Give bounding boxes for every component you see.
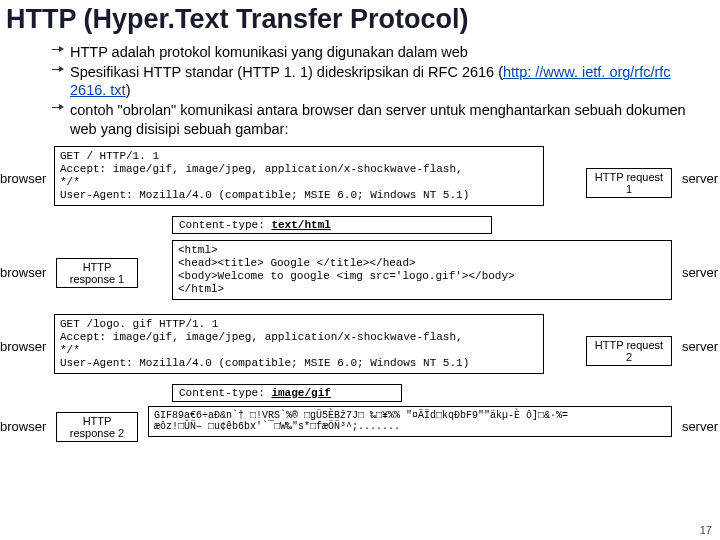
http-request-2-body: GET /logo. gif HTTP/1. 1 Accept: image/g… — [54, 314, 544, 375]
content-type-2: Content-type: image/gif — [172, 384, 402, 402]
ct2-prefix: Content-type: — [179, 387, 271, 399]
http-response-1-label: HTTP response 1 — [56, 258, 138, 288]
actor-browser-2: browser — [0, 264, 50, 279]
lane-request-2: browser GET /logo. gif HTTP/1. 1 Accept:… — [0, 314, 720, 378]
bullet-2-text: Spesifikasi HTTP standar (HTTP 1. 1) did… — [70, 64, 503, 80]
bullet-3: contoh "obrolan" komunikasi antara brows… — [70, 101, 710, 137]
bullet-list: HTTP adalah protokol komunikasi yang dig… — [0, 43, 720, 138]
actor-browser-4: browser — [0, 418, 50, 433]
page-title: HTTP (Hyper.Text Transfer Protocol) — [0, 0, 720, 43]
ct1-prefix: Content-type: — [179, 219, 271, 231]
actor-server-3: server — [674, 338, 718, 353]
lane-response-2: browser HTTP response 2 GIF89a€6÷aÐ&n`† … — [0, 406, 720, 446]
bullet-2: Spesifikasi HTTP standar (HTTP 1. 1) did… — [70, 63, 710, 99]
actor-browser-1: browser — [0, 170, 50, 185]
page-number: 17 — [700, 524, 712, 536]
ct1-value: text/html — [271, 219, 330, 231]
http-request-2-label: HTTP request 2 — [586, 336, 672, 366]
actor-server-1: server — [674, 170, 718, 185]
actor-server-4: server — [674, 418, 718, 433]
http-request-1-label: HTTP request 1 — [586, 168, 672, 198]
lane-response-1: browser HTTP response 1 <html> <head><ti… — [0, 240, 720, 304]
actor-browser-3: browser — [0, 338, 50, 353]
http-response-2-body: GIF89a€6÷aÐ&n`† □!VRS`%® □gÜ5ÈBž7J□ ‰□¥%… — [148, 406, 672, 437]
actor-server-2: server — [674, 264, 718, 279]
bullet-1: HTTP adalah protokol komunikasi yang dig… — [70, 43, 710, 61]
http-request-1-body: GET / HTTP/1. 1 Accept: image/gif, image… — [54, 146, 544, 207]
http-response-2-label: HTTP response 2 — [56, 412, 138, 442]
ct2-value: image/gif — [271, 387, 330, 399]
bullet-2-close: ) — [126, 82, 131, 98]
http-response-1-body: <html> <head><title> Google </title></he… — [172, 240, 672, 301]
content-type-1: Content-type: text/html — [172, 216, 492, 234]
lane-request-1: browser GET / HTTP/1. 1 Accept: image/gi… — [0, 146, 720, 210]
